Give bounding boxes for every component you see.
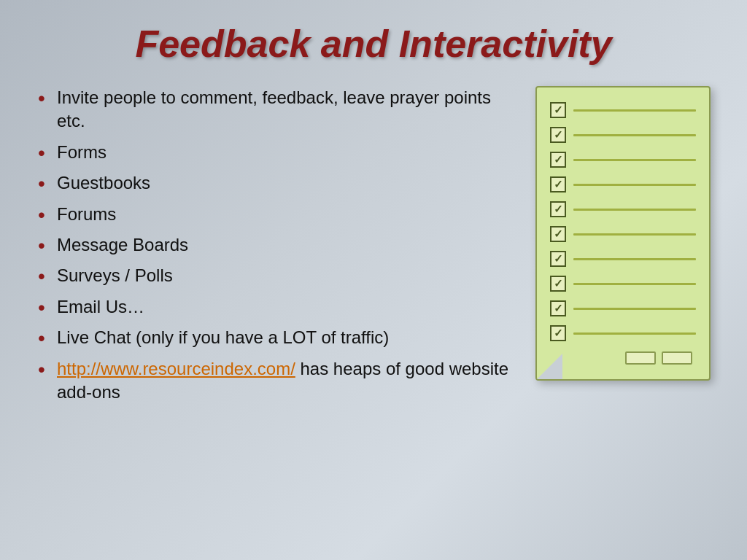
bullet-item-forums: Forums [36,203,514,226]
bullet-item-livechat: Live Chat (only if you have a LOT of tra… [36,326,514,349]
checklist-rows [550,102,696,341]
bullet-item-messageboards: Message Boards [36,233,514,257]
checklist-row-5 [550,201,696,217]
bullet-item-forms: Forms [36,141,514,164]
checkbox-5 [550,201,566,217]
checklist-line-3 [573,159,696,161]
checklist-row-7 [550,251,696,267]
checkbox-9 [550,300,566,316]
bullet-item-invite: Invite people to comment, feedback, leav… [36,86,514,133]
checklist-line-6 [573,233,696,236]
bullet-list: Invite people to comment, feedback, leav… [36,86,514,411]
checklist-line-10 [573,332,696,335]
checklist-row-8 [550,276,696,292]
checkbox-7 [550,251,566,267]
checklist-line-4 [573,184,696,186]
checkbox-2 [550,127,566,143]
bullet-text-surveys: Surveys / Polls [57,265,173,285]
clipboard-graphic [535,86,711,381]
content-area: Invite people to comment, feedback, leav… [36,86,711,411]
checklist-line-7 [573,258,696,260]
checkbox-1 [550,102,566,118]
checklist-line-8 [573,283,696,285]
checklist-line-1 [573,109,696,112]
checklist-row-2 [550,127,696,143]
checklist-row-9 [550,300,696,316]
small-rect-1 [625,351,656,365]
clipboard-bottom [550,351,696,365]
bullet-text-livechat: Live Chat (only if you have a LOT of tra… [57,327,389,347]
checkbox-3 [550,152,566,168]
bullet-text-messageboards: Message Boards [57,235,188,254]
checkbox-10 [550,325,566,341]
checklist-row-4 [550,176,696,192]
checkbox-8 [550,276,566,292]
checklist-line-9 [573,308,696,310]
checklist-row-10 [550,325,696,341]
checklist-row-1 [550,102,696,118]
bullet-text-forms: Forms [57,142,107,162]
bullet-item-resourceindex: http://www.resourceindex.com/ has heaps … [36,357,514,405]
bullet-text-invite: Invite people to comment, feedback, leav… [57,88,491,131]
bullet-item-surveys: Surveys / Polls [36,264,514,287]
checklist-line-2 [573,134,696,136]
bullet-text-email: Email Us… [57,297,144,316]
checklist-row-6 [550,226,696,242]
bullet-text-guestbooks: Guestbooks [57,173,150,192]
checklist-row-3 [550,152,696,168]
bullet-item-email: Email Us… [36,295,514,319]
resource-link[interactable]: http://www.resourceindex.com/ [57,359,295,378]
small-rect-2 [662,351,692,365]
checkbox-4 [550,176,566,192]
slide-title: Feedback and Interactivity [36,22,711,66]
bullet-item-guestbooks: Guestbooks [36,171,514,195]
bullet-text-forums: Forums [57,204,116,224]
clipboard-body [535,86,711,381]
checklist-line-5 [573,209,696,211]
slide: Feedback and Interactivity Invite people… [0,0,747,560]
checkbox-6 [550,226,566,242]
